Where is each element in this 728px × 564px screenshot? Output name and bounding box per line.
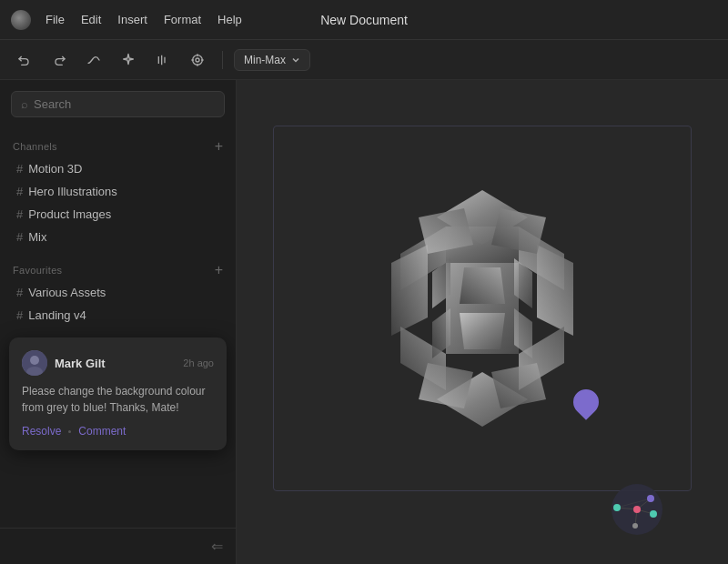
channels-section-header: Channels +	[0, 132, 236, 157]
comment-actions-separator	[68, 430, 71, 433]
svg-marker-27	[460, 313, 505, 349]
channel-label: Various Assets	[28, 286, 106, 299]
channel-motion-3d[interactable]: # Motion 3D	[4, 157, 232, 180]
comment-header: Mark Gilt 2h ago	[22, 350, 214, 376]
menu-insert[interactable]: Insert	[117, 13, 147, 26]
svg-point-40	[647, 495, 654, 502]
svg-marker-17	[537, 245, 573, 336]
search-input[interactable]	[34, 97, 215, 111]
svg-marker-25	[491, 363, 546, 408]
favourites-section-header: Favourites +	[0, 256, 236, 281]
comment-text: Please change the background colour from…	[22, 383, 214, 416]
canvas-frame	[273, 126, 692, 491]
dropdown-label: Min-Max	[244, 54, 286, 66]
svg-point-39	[613, 504, 621, 511]
channel-label: Hero Illustrations	[28, 185, 117, 198]
add-channel-button[interactable]: +	[215, 139, 223, 154]
search-box[interactable]: ⌕	[11, 91, 225, 117]
add-favourite-button[interactable]: +	[215, 263, 223, 277]
svg-point-3	[193, 55, 203, 65]
channel-product-images[interactable]: # Product Images	[4, 203, 232, 226]
comment-meta: Mark Gilt 2h ago	[55, 357, 214, 370]
resolve-button[interactable]: Resolve	[22, 425, 61, 438]
channel-landing-v4[interactable]: # Landing v4	[4, 304, 232, 327]
comment-author: Mark Gilt	[55, 357, 106, 370]
comment-popup: Mark Gilt 2h ago Please change the backg…	[9, 337, 227, 450]
sidebar-footer: ⇐	[0, 528, 236, 564]
channel-label: Mix	[28, 230, 46, 244]
undo-button[interactable]	[11, 46, 38, 74]
channel-label: Motion 3D	[28, 162, 82, 176]
channel-hash-icon: #	[16, 230, 23, 244]
search-icon: ⌕	[21, 97, 28, 111]
menu-bar: File Edit Insert Format Help New Documen…	[0, 0, 728, 40]
channel-hero-illustrations[interactable]: # Hero Illustrations	[4, 180, 232, 203]
channel-hash-icon: #	[16, 207, 23, 221]
comment-time: 2h ago	[183, 358, 214, 368]
redo-button[interactable]	[46, 46, 73, 74]
path-tool-button[interactable]	[80, 46, 107, 74]
sidebar-content: Channels + # Motion 3D # Hero Illustrati…	[0, 125, 236, 528]
comment-reply-button[interactable]: Comment	[78, 425, 126, 438]
channel-hash-icon: #	[16, 308, 23, 322]
svg-point-10	[30, 356, 39, 365]
sidebar: ⌕ Channels + # Motion 3D # Hero Illustra…	[0, 80, 237, 564]
channel-label: Landing v4	[28, 308, 86, 322]
main-area: ⌕ Channels + # Motion 3D # Hero Illustra…	[0, 80, 728, 564]
menu-format[interactable]: Format	[164, 13, 201, 26]
menu-edit[interactable]: Edit	[81, 13, 101, 26]
menu-help[interactable]: Help	[217, 13, 242, 26]
toolbar-divider-1	[222, 51, 223, 69]
menu-file[interactable]: File	[46, 13, 65, 26]
channel-label: Product Images	[28, 207, 111, 221]
collapse-sidebar-button[interactable]: ⇐	[211, 538, 223, 555]
magic-button[interactable]	[115, 46, 142, 74]
avatar	[22, 350, 47, 376]
channel-hash-icon: #	[16, 162, 23, 176]
channel-various-assets[interactable]: # Various Assets	[4, 281, 232, 304]
svg-point-41	[650, 510, 657, 518]
favourites-label: Favourites	[13, 265, 62, 276]
channel-mix[interactable]: # Mix	[4, 226, 232, 248]
svg-point-42	[632, 523, 638, 529]
svg-point-38	[633, 506, 641, 513]
document-title: New Document	[320, 13, 408, 27]
svg-marker-16	[391, 245, 428, 336]
target-button[interactable]	[184, 46, 211, 74]
svg-marker-26	[460, 267, 505, 304]
channels-label: Channels	[13, 141, 57, 152]
canvas-area[interactable]	[237, 80, 728, 564]
channel-hash-icon: #	[16, 286, 23, 299]
minmax-dropdown[interactable]: Min-Max	[234, 49, 310, 71]
svg-point-4	[196, 58, 199, 62]
network-graph	[601, 482, 673, 537]
channel-hash-icon: #	[16, 185, 23, 198]
sidebar-search-container: ⌕	[0, 80, 236, 125]
comment-actions: Resolve Comment	[22, 425, 214, 438]
svg-marker-24	[419, 363, 473, 408]
line-tool-button[interactable]	[149, 46, 177, 74]
toolbar: Min-Max	[0, 40, 728, 80]
app-icon	[11, 10, 31, 30]
